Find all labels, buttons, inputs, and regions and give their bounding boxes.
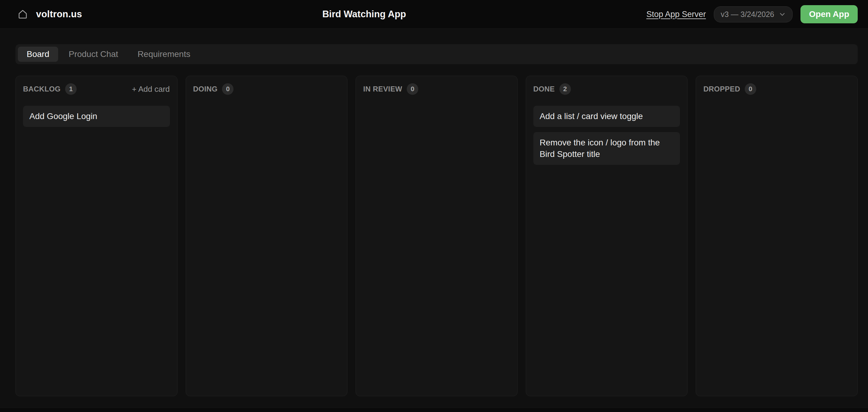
column-header: DONE 2 [533,83,680,95]
version-dropdown[interactable]: v3 — 3/24/2026 [714,6,793,22]
brand[interactable]: voltron.us [17,9,82,20]
card-count-badge: 0 [222,83,234,95]
column-title: IN REVIEW [363,85,402,93]
kanban-board: BACKLOG 1 + Add card Add Google Login DO… [16,76,858,396]
column-header: IN REVIEW 0 [363,83,510,95]
column-done: DONE 2 Add a list / card view toggle Rem… [526,76,688,396]
kanban-card[interactable]: Remove the icon / logo from the Bird Spo… [533,132,680,165]
column-title: DROPPED [703,85,740,93]
brand-name: voltron.us [36,9,82,20]
window-bottom-edge [0,408,868,412]
kanban-card[interactable]: Add a list / card view toggle [533,106,680,127]
column-dropped: DROPPED 0 [696,76,858,396]
card-count-badge: 2 [559,83,571,95]
tab-requirements[interactable]: Requirements [129,47,199,62]
column-header: DROPPED 0 [703,83,850,95]
top-bar: voltron.us Bird Watching App Stop App Se… [0,0,868,29]
open-app-button[interactable]: Open App [801,5,858,23]
card-count-badge: 1 [65,83,76,95]
column-doing: DOING 0 [186,76,348,396]
column-header: BACKLOG 1 + Add card [23,83,170,95]
add-card-button[interactable]: + Add card [132,85,170,94]
column-header: DOING 0 [193,83,340,95]
home-icon[interactable] [17,9,28,20]
column-title: DONE [533,85,555,93]
column-title: BACKLOG [23,85,61,93]
column-in-review: IN REVIEW 0 [355,76,518,396]
card-count-badge: 0 [745,83,756,95]
app-page: voltron.us Bird Watching App Stop App Se… [0,0,868,412]
app-title: Bird Watching App [82,9,646,20]
column-title: DOING [193,85,218,93]
version-dropdown-value: v3 — 3/24/2026 [721,10,774,19]
stop-app-server-link[interactable]: Stop App Server [646,10,706,19]
column-backlog: BACKLOG 1 + Add card Add Google Login [16,76,178,396]
topbar-actions: Stop App Server v3 — 3/24/2026 Open App [646,5,858,23]
chevron-down-icon [779,11,786,18]
card-count-badge: 0 [407,83,418,95]
kanban-card[interactable]: Add Google Login [23,106,170,127]
tab-bar: Board Product Chat Requirements [16,44,858,64]
tab-board[interactable]: Board [18,47,58,62]
tab-product-chat[interactable]: Product Chat [60,47,127,62]
